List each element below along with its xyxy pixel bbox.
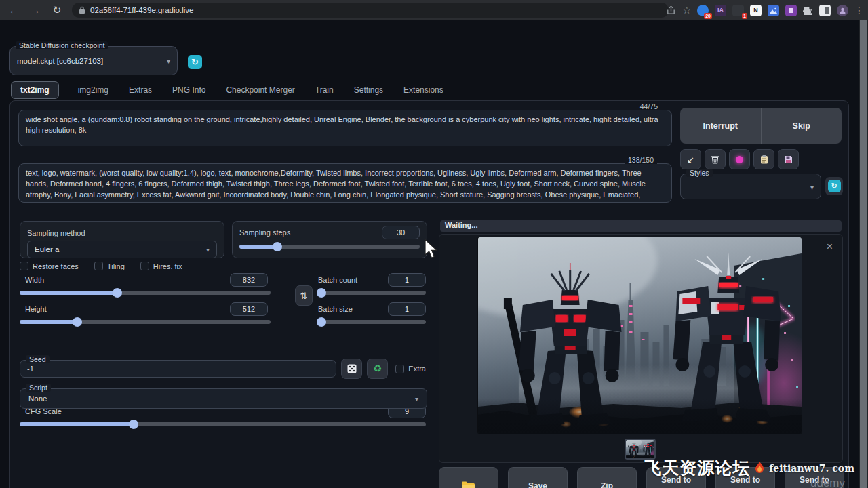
extension-chat-icon[interactable]: 1: [732, 5, 744, 16]
address-bar[interactable]: 02a56ff4-71ff-439e.gradio.live: [72, 3, 669, 18]
width-slider[interactable]: [20, 291, 271, 295]
sampling-steps-value[interactable]: 30: [382, 226, 420, 239]
random-seed-button[interactable]: [341, 359, 362, 379]
profile-avatar[interactable]: [837, 5, 848, 16]
seed-extra-checkbox[interactable]: [395, 365, 404, 373]
watermark-cn-text: 飞天资源论坛: [644, 457, 750, 479]
bookmark-star-icon[interactable]: ☆: [682, 5, 691, 16]
txt2img-panel: 44/75 wide shot angle, a (gundam:0.8) ro…: [9, 100, 849, 488]
slider-knob[interactable]: [113, 288, 122, 298]
apply-style-button[interactable]: [753, 149, 774, 169]
zip-button[interactable]: Zip: [577, 467, 637, 488]
result-gallery: ×: [439, 234, 843, 463]
extension-onenote-icon[interactable]: [785, 5, 797, 16]
batch-count-value[interactable]: 1: [388, 273, 426, 287]
batch-count-slider[interactable]: [318, 291, 426, 295]
site-watermark: 飞天资源论坛 feitianwu7. com: [644, 457, 854, 479]
clear-prompt-button[interactable]: [705, 149, 726, 169]
sampling-steps-label: Sampling steps: [239, 228, 290, 237]
extra-networks-button[interactable]: [729, 149, 750, 169]
share-icon[interactable]: [666, 5, 676, 16]
menu-kebab-icon[interactable]: ⋮: [854, 5, 864, 16]
trash-icon: [711, 155, 719, 164]
refresh-icon: ↻: [828, 180, 841, 192]
checkpoint-label: Stable Diffusion checkpoint: [16, 41, 108, 49]
gallery-thumbnail[interactable]: [626, 440, 654, 458]
extension-ia-icon[interactable]: IA: [715, 5, 726, 16]
art-card-icon: [736, 156, 743, 163]
flame-icon: [753, 461, 766, 476]
paste-params-button[interactable]: ↙: [680, 149, 701, 169]
reload-button[interactable]: ↻: [49, 2, 65, 18]
sidepanel-icon[interactable]: [819, 5, 831, 16]
tab-settings[interactable]: Settings: [353, 82, 384, 98]
slider-knob[interactable]: [73, 317, 82, 327]
close-icon[interactable]: ×: [827, 241, 833, 252]
script-label: Script: [26, 384, 51, 392]
width-label: Width: [20, 276, 44, 284]
tab-png-info[interactable]: PNG Info: [171, 82, 207, 98]
sampling-steps-slider[interactable]: [239, 245, 420, 249]
height-slider[interactable]: [20, 320, 271, 324]
back-button[interactable]: ←: [5, 2, 22, 18]
extension-photos-icon[interactable]: [768, 5, 779, 16]
seed-row: Seed ♻ Extra: [20, 359, 426, 379]
back-icon: ←: [9, 4, 19, 16]
extension-pin-icon[interactable]: 20: [697, 5, 709, 16]
slider-knob[interactable]: [317, 317, 326, 327]
negative-prompt-input[interactable]: text, logo, watermark, (worst quality, l…: [18, 163, 672, 203]
slider-knob[interactable]: [273, 242, 282, 251]
floppy-disk-icon: [784, 155, 793, 164]
height-value[interactable]: 512: [230, 302, 268, 316]
tab-txt2img[interactable]: txt2img: [11, 81, 59, 99]
chevron-down-icon: ▾: [167, 58, 170, 65]
negative-token-counter: 138/150: [625, 156, 657, 164]
batch-size-value[interactable]: 1: [388, 302, 426, 316]
scrollbar-thumb[interactable]: [860, 20, 867, 488]
slider-knob[interactable]: [317, 288, 326, 298]
forward-icon: →: [31, 4, 41, 16]
extensions-puzzle-icon[interactable]: [803, 5, 813, 16]
url-text: 02a56ff4-71ff-439e.gradio.live: [90, 6, 193, 14]
restore-faces-checkbox[interactable]: [20, 262, 28, 270]
open-folder-button[interactable]: [439, 467, 498, 488]
width-value[interactable]: 832: [230, 273, 268, 287]
seed-label: Seed: [26, 355, 50, 363]
checkpoint-dropdown[interactable]: Stable Diffusion checkpoint model.ckpt […: [9, 46, 178, 75]
tab-extensions[interactable]: Extensions: [402, 82, 445, 98]
tab-train[interactable]: Train: [314, 82, 335, 98]
slider-knob[interactable]: [129, 420, 138, 429]
prompt-input[interactable]: wide shot angle, a (gundam:0.8) robot st…: [18, 110, 672, 146]
tab-img2img[interactable]: img2img: [77, 82, 110, 98]
save-button[interactable]: Save: [508, 467, 568, 488]
styles-refresh-button[interactable]: ↻: [825, 177, 843, 195]
styles-dropdown[interactable]: Styles ▾: [680, 174, 821, 199]
interrupt-button[interactable]: Interrupt: [680, 108, 762, 144]
arrow-sw-icon: ↙: [687, 155, 694, 165]
seed-input[interactable]: [27, 365, 329, 373]
tab-extras[interactable]: Extras: [127, 82, 153, 98]
script-block: Script None ▾: [20, 388, 427, 413]
negative-prompt-wrap: 138/150 text, logo, watermark, (worst qu…: [18, 163, 672, 203]
script-select[interactable]: Script None ▾: [20, 388, 427, 409]
progress-status: Waiting...: [440, 220, 842, 232]
batch-size-slider[interactable]: [318, 320, 426, 324]
extension-notion-icon[interactable]: N: [750, 5, 762, 16]
page-scrollbar[interactable]: [859, 20, 868, 488]
sampling-method-select[interactable]: Euler a ▾: [27, 241, 217, 258]
tiling-checkbox[interactable]: [94, 262, 103, 270]
reuse-seed-button[interactable]: ♻: [367, 359, 388, 379]
sampling-steps-block: Sampling steps 30: [232, 221, 427, 258]
checkpoint-refresh-button[interactable]: ↻: [188, 55, 202, 69]
skip-button[interactable]: Skip: [762, 108, 842, 144]
tab-checkpoint-merger[interactable]: Checkpoint Merger: [224, 82, 296, 98]
save-style-button[interactable]: [778, 149, 799, 169]
cfg-scale-slider[interactable]: [20, 422, 426, 426]
hires-fix-checkbox[interactable]: [140, 262, 149, 270]
batch-count-label: Batch count: [318, 276, 357, 284]
generated-image[interactable]: [478, 237, 802, 434]
seed-input-wrap: Seed: [20, 360, 336, 378]
generate-actions: Interrupt Skip: [680, 108, 842, 144]
forward-button[interactable]: →: [27, 2, 43, 18]
swap-dimensions-button[interactable]: ⇅: [295, 285, 313, 306]
